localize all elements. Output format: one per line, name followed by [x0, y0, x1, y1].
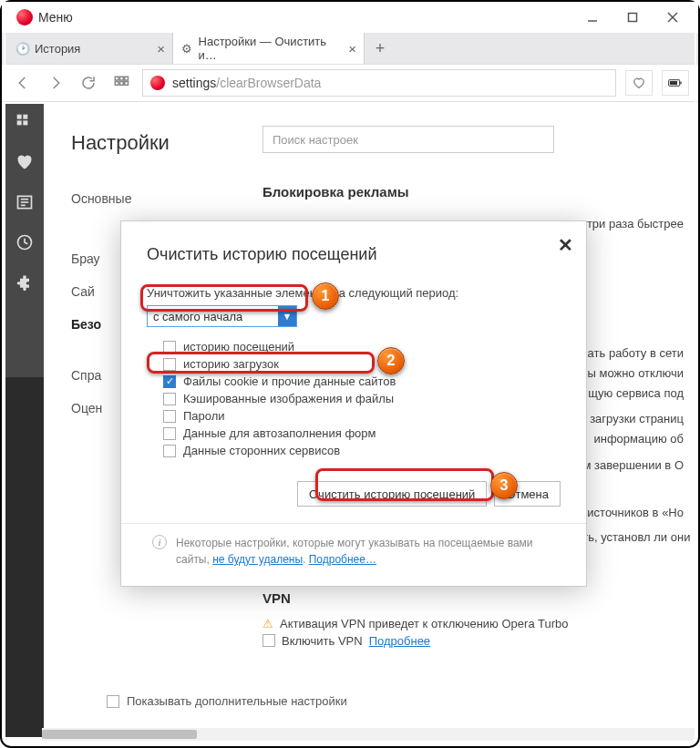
svg-rect-14: [23, 115, 27, 119]
settings-title: Настройки: [71, 131, 246, 155]
history-icon: 🕑: [16, 42, 29, 55]
address-rest: /clearBrowserData: [216, 76, 321, 90]
vpn-more-link[interactable]: Подробнее: [369, 634, 430, 648]
clear-history-button[interactable]: Очистить историю посещений: [297, 481, 487, 507]
scrollbar-thumb[interactable]: [42, 730, 197, 739]
svg-rect-4: [115, 77, 118, 80]
window-close-button[interactable]: [653, 4, 693, 31]
menu-button[interactable]: Меню: [38, 10, 73, 25]
opt-autofill[interactable]: Данные для автозаполнения форм: [147, 425, 561, 442]
cancel-button[interactable]: Отмена: [494, 481, 561, 507]
opt-downloads[interactable]: историю загрузок: [147, 355, 561, 373]
svg-rect-15: [17, 120, 22, 125]
extensions-icon[interactable]: [15, 273, 34, 292]
battery-button[interactable]: [662, 70, 689, 96]
sidebar-rail: [5, 104, 44, 737]
tab-close-button[interactable]: ×: [157, 41, 165, 56]
more-link[interactable]: Подробнее…: [309, 553, 376, 566]
history-nav-icon[interactable]: [15, 233, 34, 251]
svg-rect-8: [120, 82, 124, 86]
not-deleted-link[interactable]: не будут удалены: [212, 553, 303, 566]
tab-label: Настройки — Очистить и…: [199, 35, 344, 62]
period-dropdown[interactable]: с самого начала ▼: [147, 305, 297, 327]
vpn-enable-checkbox[interactable]: Включить VPN Подробнее: [262, 632, 695, 650]
speed-dial-button[interactable]: [109, 71, 133, 95]
opt-cache[interactable]: Кэшированные изображения и файлы: [147, 390, 561, 407]
settings-search-input[interactable]: Поиск настроек: [262, 126, 554, 153]
nav-main[interactable]: Основные: [71, 182, 246, 215]
svg-rect-9: [125, 82, 129, 86]
opera-o-icon: [150, 76, 165, 90]
opera-logo-icon: [16, 9, 33, 26]
window-minimize-button[interactable]: [572, 4, 612, 31]
tab-close-button[interactable]: ×: [348, 41, 356, 56]
back-button[interactable]: [11, 71, 35, 95]
dialog-close-button[interactable]: ✕: [558, 234, 573, 256]
forward-button[interactable]: [44, 71, 67, 95]
svg-rect-6: [125, 77, 129, 80]
navbar: settings/clearBrowserData: [2, 64, 698, 102]
dialog-title: Очистить историю посещений: [147, 245, 561, 264]
svg-rect-16: [23, 120, 27, 125]
tab-history[interactable]: 🕑 История ×: [9, 33, 173, 64]
show-advanced-checkbox[interactable]: Показывать дополнительные настройки: [107, 694, 347, 708]
window-maximize-button[interactable]: [612, 4, 653, 31]
dialog-footnote: i Некоторые настройки, которые могут ука…: [147, 535, 561, 568]
opt-passwords[interactable]: Пароли: [147, 407, 561, 425]
dialog-period-label: Уничтожить указанные элементы за следующ…: [147, 286, 561, 300]
speed-dial-icon[interactable]: [15, 113, 34, 131]
svg-rect-7: [115, 82, 118, 86]
chevron-down-icon: ▼: [278, 306, 296, 326]
tab-label: История: [35, 42, 80, 56]
heart-icon[interactable]: [15, 153, 34, 171]
svg-rect-13: [17, 115, 22, 119]
new-tab-button[interactable]: +: [365, 33, 396, 64]
opt-thirdparty[interactable]: Данные сторонних сервисов: [147, 442, 561, 459]
section-adblock-heading: Блокировка рекламы: [262, 184, 695, 200]
section-vpn-heading: VPN: [262, 590, 695, 606]
bookmark-button[interactable]: [625, 70, 653, 96]
svg-rect-12: [670, 81, 677, 85]
clear-data-dialog: ✕ Очистить историю посещений Уничтожить …: [120, 220, 587, 587]
news-icon[interactable]: [15, 193, 34, 211]
tabstrip: 🕑 История × ⚙ Настройки — Очистить и… × …: [2, 33, 698, 64]
svg-rect-5: [120, 77, 124, 80]
address-path: settings: [172, 76, 216, 90]
reload-button[interactable]: [77, 71, 100, 95]
horizontal-scrollbar[interactable]: [42, 728, 695, 741]
tab-settings[interactable]: ⚙ Настройки — Очистить и… ×: [173, 33, 365, 64]
svg-rect-11: [680, 82, 681, 85]
svg-rect-1: [629, 14, 637, 22]
opt-history[interactable]: историю посещений: [147, 338, 561, 355]
titlebar: Меню: [2, 2, 698, 33]
gear-icon: ⚙: [180, 42, 193, 55]
info-icon: i: [152, 535, 167, 549]
address-bar[interactable]: settings/clearBrowserData: [142, 69, 616, 97]
opt-cookies[interactable]: ✓Файлы cookie и прочие данные сайтов: [147, 373, 561, 390]
